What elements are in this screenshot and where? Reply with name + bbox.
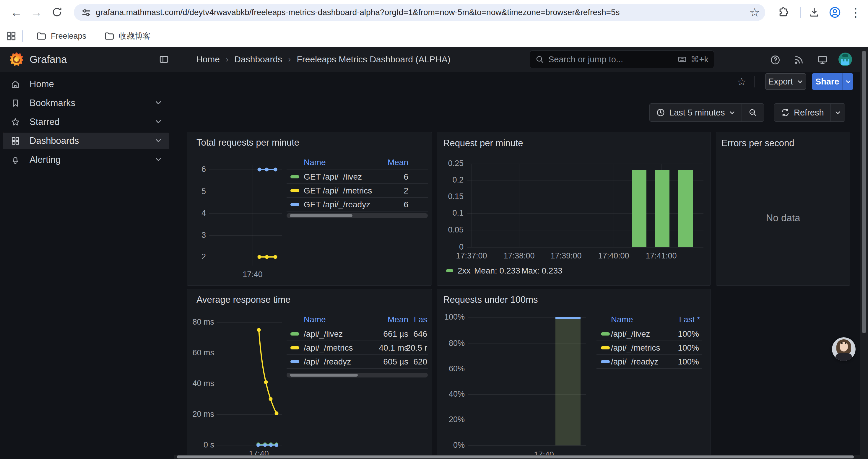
favorite-star-icon[interactable]: ☆: [737, 76, 746, 88]
legend-row-value: 2: [404, 186, 408, 196]
legend-row-last: 100%: [678, 329, 699, 339]
dock-menu-icon[interactable]: [159, 54, 169, 66]
profile-icon[interactable]: [829, 6, 841, 19]
grafana-header: Grafana Home › Dashboards › Freeleaps Me…: [0, 47, 868, 71]
back-icon[interactable]: ←: [8, 4, 24, 20]
search-input[interactable]: Search or jump to... ⌘+k: [530, 51, 714, 68]
apps-grid-icon[interactable]: [5, 30, 18, 42]
search-icon: [535, 55, 544, 64]
legend-scrollbar[interactable]: [286, 213, 428, 218]
browser-toolbar: ← → grafana.mathmast.com/d/deytv4rwavabk…: [0, 0, 868, 25]
chevron-down-icon[interactable]: [155, 118, 162, 126]
legend-header-last[interactable]: Las: [414, 315, 427, 324]
breadcrumb-separator: ›: [226, 55, 228, 64]
sidebar-item-label: Dashboards: [30, 136, 79, 146]
legend-series-label[interactable]: 2xx: [458, 266, 471, 275]
legend-header-last[interactable]: Last *: [679, 315, 700, 324]
zoom-out-button[interactable]: [742, 104, 764, 121]
share-button[interactable]: Share: [812, 73, 843, 90]
legend-header-name[interactable]: Name: [611, 315, 633, 324]
legend-scrollbar[interactable]: [286, 373, 428, 378]
legend-row-name[interactable]: /api/_/readyz: [611, 357, 658, 366]
legend-header-mean[interactable]: Mean: [388, 158, 408, 167]
vertical-scrollbar-thumb[interactable]: [862, 51, 866, 333]
refresh-button[interactable]: Refresh: [774, 104, 831, 121]
grafana-logo[interactable]: [9, 52, 24, 66]
panel-title[interactable]: Errors per second: [721, 138, 794, 149]
breadcrumb-current: Freeleaps Metrics Dashboard (ALPHA): [297, 54, 450, 64]
legend-row-name[interactable]: /api/_/livez: [304, 329, 343, 339]
legend-table: Name Mean GET /api/_/livez 6 GET /api/_/…: [286, 132, 428, 221]
legend-row-last: 620: [413, 357, 427, 366]
sidebar-item-bookmarks[interactable]: Bookmarks: [3, 95, 169, 111]
legend-header-name[interactable]: Name: [304, 315, 326, 324]
help-icon[interactable]: [769, 54, 782, 66]
legend-row-name[interactable]: /api/_/readyz: [304, 357, 351, 366]
series-color-pill[interactable]: [290, 332, 299, 335]
chevron-down-icon: [797, 78, 803, 85]
toolbar-divider: [800, 7, 801, 18]
series-color-pill[interactable]: [446, 269, 453, 272]
legend-row-name[interactable]: GET /api/_/metrics: [304, 186, 372, 196]
legend-max: Max: 0.233: [522, 266, 562, 275]
reload-icon[interactable]: [49, 4, 65, 20]
breadcrumb-dashboards[interactable]: Dashboards: [234, 54, 282, 64]
sidebar-item-home[interactable]: Home: [3, 76, 169, 93]
sidebar-item-starred[interactable]: Starred: [3, 114, 169, 130]
monitor-icon[interactable]: [816, 54, 829, 66]
chevron-down-icon: [835, 109, 841, 116]
series-color-pill[interactable]: [290, 175, 299, 178]
breadcrumb-home[interactable]: Home: [196, 54, 220, 64]
browser-menu-icon[interactable]: ⋮: [849, 6, 862, 19]
sidebar-item-alerting[interactable]: Alerting: [3, 152, 169, 168]
bookmark-folder-freeleaps[interactable]: Freeleaps: [36, 29, 86, 43]
series-color-pill[interactable]: [601, 360, 610, 363]
user-avatar[interactable]: [838, 53, 852, 66]
news-rss-icon[interactable]: [793, 54, 805, 66]
export-button[interactable]: Export: [765, 73, 806, 90]
sidebar-item-dashboards[interactable]: Dashboards: [3, 133, 169, 149]
legend-header-mean[interactable]: Mean: [388, 315, 408, 324]
legend-table: Name Last * /api/_/livez 100% /api/_/met…: [596, 289, 702, 384]
site-info-icon[interactable]: [80, 6, 92, 18]
time-range-picker[interactable]: Last 5 minutes: [650, 104, 742, 121]
panel-avg-response-time: Average response time 80 ms 60 ms 40 ms …: [187, 289, 432, 459]
legend-row-name[interactable]: /api/_/metrics: [304, 343, 353, 353]
bookmark-folder-label: Freeleaps: [51, 32, 86, 41]
forward-icon[interactable]: →: [28, 4, 44, 20]
legend-row-name[interactable]: /api/_/livez: [611, 329, 650, 339]
series-color-pill[interactable]: [601, 346, 610, 350]
download-icon[interactable]: [808, 6, 821, 19]
extensions-icon[interactable]: [777, 6, 790, 19]
legend-row-name[interactable]: GET /api/_/readyz: [304, 200, 370, 209]
time-range-group: Last 5 minutes: [649, 103, 764, 122]
search-placeholder: Search or jump to...: [548, 55, 623, 64]
search-shortcut: ⌘+k: [691, 54, 709, 64]
legend-row-mean: 605 µs: [383, 357, 408, 366]
chevron-down-icon[interactable]: [155, 156, 162, 164]
x-tick: 17:38:00: [501, 251, 537, 261]
refresh-icon: [781, 108, 790, 117]
chevron-down-icon[interactable]: [155, 99, 162, 107]
legend-row-name[interactable]: /api/_/metrics: [611, 343, 660, 353]
refresh-label: Refresh: [794, 108, 824, 118]
series-color-pill[interactable]: [601, 332, 610, 335]
url-text: grafana.mathmast.com/d/deytv4rwavabkb/fr…: [96, 4, 620, 21]
bookmark-folder-blogs[interactable]: 收藏博客: [104, 29, 151, 43]
series-color-pill[interactable]: [290, 360, 299, 363]
series-color-pill[interactable]: [290, 203, 299, 206]
chevron-down-icon[interactable]: [155, 137, 162, 145]
legend-header-name[interactable]: Name: [304, 158, 326, 167]
legend-row-last: 646: [413, 329, 427, 339]
url-bar[interactable]: grafana.mathmast.com/d/deytv4rwavabkb/fr…: [74, 4, 765, 21]
series-color-pill[interactable]: [290, 189, 299, 192]
floating-assistant-avatar[interactable]: [832, 337, 856, 361]
series-color-pill[interactable]: [290, 346, 299, 350]
horizontal-scrollbar-thumb[interactable]: [177, 455, 854, 458]
zoom-out-icon: [748, 108, 757, 117]
folder-icon: [36, 31, 47, 41]
share-menu-button[interactable]: [843, 73, 853, 90]
bookmark-star-icon[interactable]: ☆: [749, 6, 760, 19]
refresh-interval-button[interactable]: [831, 104, 845, 121]
legend-row-name[interactable]: GET /api/_/livez: [304, 172, 362, 182]
